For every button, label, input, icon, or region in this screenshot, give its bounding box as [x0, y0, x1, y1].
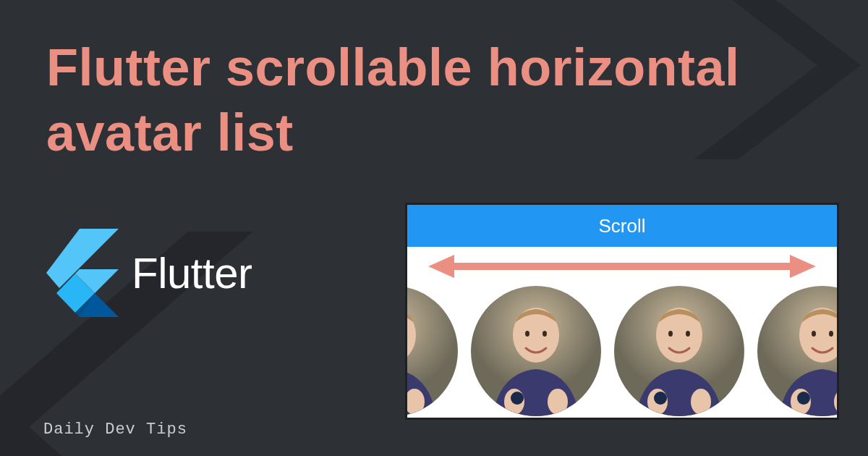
svg-marker-2 — [790, 255, 816, 278]
svg-point-12 — [525, 331, 529, 337]
svg-point-20 — [686, 331, 690, 337]
svg-point-8 — [405, 389, 425, 415]
svg-point-26 — [812, 331, 816, 337]
svg-point-13 — [542, 331, 547, 337]
scroll-indicator — [407, 247, 837, 286]
page-title: Flutter scrollable horizontal avatar lis… — [46, 35, 868, 165]
preview-card: Scroll — [405, 203, 839, 420]
avatar-item[interactable] — [614, 286, 744, 416]
svg-point-23 — [654, 392, 667, 405]
flutter-icon — [46, 229, 119, 317]
svg-point-15 — [548, 389, 568, 415]
footer-brand: Daily Dev Tips — [43, 421, 187, 439]
svg-point-19 — [668, 331, 673, 337]
flutter-label: Flutter — [132, 248, 252, 298]
svg-marker-1 — [428, 255, 454, 278]
svg-point-22 — [691, 389, 711, 415]
svg-point-16 — [511, 392, 524, 405]
svg-point-30 — [797, 392, 810, 405]
flutter-logo: Flutter — [46, 229, 252, 317]
avatar-item[interactable] — [405, 286, 458, 416]
avatar-item[interactable] — [757, 286, 839, 416]
preview-header-text: Scroll — [598, 215, 645, 237]
avatar-item[interactable] — [471, 286, 601, 416]
svg-point-27 — [829, 331, 833, 337]
double-arrow-icon — [427, 253, 817, 279]
preview-header: Scroll — [407, 205, 837, 247]
avatar-list[interactable] — [405, 286, 837, 416]
